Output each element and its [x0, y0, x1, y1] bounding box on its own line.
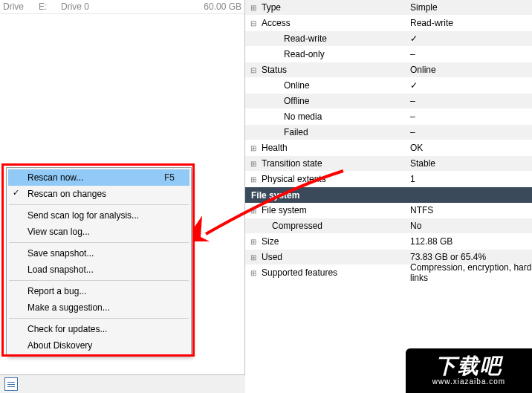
menu-rescan-on-changes[interactable]: ✓ Rescan on changes	[8, 186, 189, 202]
prop-label: Compressed	[259, 221, 407, 231]
expand-icon[interactable]: ⊞	[248, 253, 259, 262]
prop-status-offline[interactable]: · Offline –	[245, 94, 532, 109]
collapse-icon[interactable]: ⊟	[248, 66, 259, 74]
watermark-text: 下载吧	[435, 356, 502, 377]
prop-value: –	[407, 111, 532, 122]
collapse-icon[interactable]: ⊟	[248, 19, 259, 27]
disk-size: 60.00 GB	[188, 1, 241, 12]
menu-make-suggestion[interactable]: Make a suggestion...	[8, 299, 189, 316]
context-menu: Rescan now... F5 ✓ Rescan on changes Sen…	[6, 167, 192, 356]
prop-label: Read-only	[259, 49, 407, 59]
prop-label: Health	[259, 143, 407, 153]
prop-status-online[interactable]: · Online ✓	[245, 78, 532, 94]
prop-label: Failed	[259, 127, 407, 137]
expand-icon[interactable]: ⊞	[248, 4, 259, 12]
prop-label: Supported features	[259, 267, 407, 278]
prop-value: –	[407, 127, 532, 137]
menu-label: Rescan on changes	[27, 189, 106, 199]
menu-load-snapshot[interactable]: Load snapshot...	[8, 262, 189, 278]
menu-rescan-now[interactable]: Rescan now... F5	[8, 169, 189, 186]
disk-row[interactable]: Drive E: Drive 0 60.00 GB	[0, 0, 244, 14]
prop-access[interactable]: ⊟ Access Read-write	[245, 16, 532, 31]
menu-label: Report a bug...	[27, 286, 86, 296]
prop-compressed[interactable]: · Compressed No	[245, 218, 532, 234]
menu-save-snapshot[interactable]: Save snapshot...	[8, 245, 189, 262]
prop-label: Online	[259, 80, 407, 91]
prop-value: ✓	[407, 33, 532, 44]
prop-access-readwrite[interactable]: · Read-write ✓	[245, 31, 532, 47]
prop-value: –	[407, 96, 532, 106]
prop-label: Access	[259, 18, 407, 28]
prop-label: Read-write	[259, 33, 407, 44]
disk-drive: Drive 0	[61, 1, 188, 12]
menu-label: View scan log...	[27, 227, 90, 237]
prop-size[interactable]: ⊞ Size 112.88 GB	[245, 234, 532, 250]
prop-label: File system	[259, 205, 407, 215]
expand-icon[interactable]: ⊞	[248, 269, 259, 277]
watermark-url: www.xiazaiba.com	[432, 378, 505, 386]
prop-label: Used	[259, 252, 407, 262]
menu-view-scan-log[interactable]: View scan log...	[8, 224, 189, 240]
menu-label: Make a suggestion...	[27, 302, 110, 313]
expand-icon[interactable]: ⊞	[248, 160, 259, 168]
section-file-system: File system	[245, 187, 532, 203]
prop-type[interactable]: ⊞ Type Simple	[245, 0, 532, 16]
left-pane: Drive E: Drive 0 60.00 GB Rescan now... …	[0, 0, 245, 393]
prop-extents[interactable]: ⊞ Physical extents 1	[245, 172, 532, 187]
menu-separator	[9, 242, 189, 243]
expand-icon[interactable]: ⊞	[248, 238, 259, 246]
prop-label: Status	[259, 65, 407, 75]
prop-value: 112.88 GB	[407, 236, 532, 247]
menu-separator	[9, 318, 189, 319]
menu-label: About Diskovery	[27, 340, 92, 351]
expand-icon[interactable]: ⊞	[248, 207, 259, 215]
menu-label: Send scan log for analysis...	[27, 210, 139, 221]
prop-label: Physical extents	[259, 174, 407, 184]
menu-label: Load snapshot...	[27, 264, 94, 275]
expand-icon[interactable]: ⊞	[248, 144, 259, 152]
disk-label: Drive	[3, 1, 39, 12]
prop-filesystem[interactable]: ⊞ File system NTFS	[245, 203, 532, 218]
prop-value: OK	[407, 143, 532, 153]
prop-value: –	[407, 49, 532, 59]
prop-label: Type	[259, 2, 407, 13]
menu-label: Save snapshot...	[27, 248, 94, 259]
prop-value: NTFS	[407, 205, 532, 215]
prop-label: Offline	[259, 96, 407, 106]
prop-features[interactable]: ⊞ Supported features Compression, encryp…	[245, 265, 532, 281]
list-view-icon[interactable]	[4, 377, 18, 391]
menu-shortcut: F5	[164, 172, 175, 183]
menu-send-scan-log[interactable]: Send scan log for analysis...	[8, 207, 189, 224]
prop-value: ✓	[407, 80, 532, 91]
menu-separator	[9, 204, 189, 205]
prop-status-nomedia[interactable]: · No media –	[245, 109, 532, 125]
check-icon: ✓	[13, 188, 19, 198]
prop-value: Compression, encryption, hard links	[407, 262, 532, 283]
prop-label: Transition state	[259, 158, 407, 169]
menu-separator	[9, 280, 189, 281]
prop-status-failed[interactable]: · Failed –	[245, 125, 532, 140]
prop-value: No	[407, 221, 532, 231]
prop-value: Read-write	[407, 18, 532, 28]
prop-value: 73.83 GB or 65.4%	[407, 252, 532, 262]
prop-value: Stable	[407, 158, 532, 169]
menu-about[interactable]: About Diskovery	[8, 337, 189, 354]
prop-health[interactable]: ⊞ Health OK	[245, 140, 532, 156]
disk-letter: E:	[39, 1, 61, 12]
prop-label: Size	[259, 236, 407, 247]
prop-transition[interactable]: ⊞ Transition state Stable	[245, 156, 532, 172]
menu-label: Check for updates...	[27, 324, 107, 334]
menu-check-updates[interactable]: Check for updates...	[8, 321, 189, 337]
prop-access-readonly[interactable]: · Read-only –	[245, 47, 532, 62]
prop-value: Online	[407, 65, 532, 75]
watermark: 下载吧 www.xiazaiba.com	[406, 348, 532, 393]
status-bar	[0, 374, 245, 393]
properties-pane: ⊞ Type Simple ⊟ Access Read-write · Read…	[245, 0, 532, 393]
prop-value: 1	[407, 174, 532, 184]
expand-icon[interactable]: ⊞	[248, 175, 259, 183]
prop-label: No media	[259, 111, 407, 122]
prop-value: Simple	[407, 2, 532, 13]
prop-status[interactable]: ⊟ Status Online	[245, 62, 532, 78]
menu-label: Rescan now...	[27, 172, 83, 183]
menu-report-bug[interactable]: Report a bug...	[8, 283, 189, 299]
